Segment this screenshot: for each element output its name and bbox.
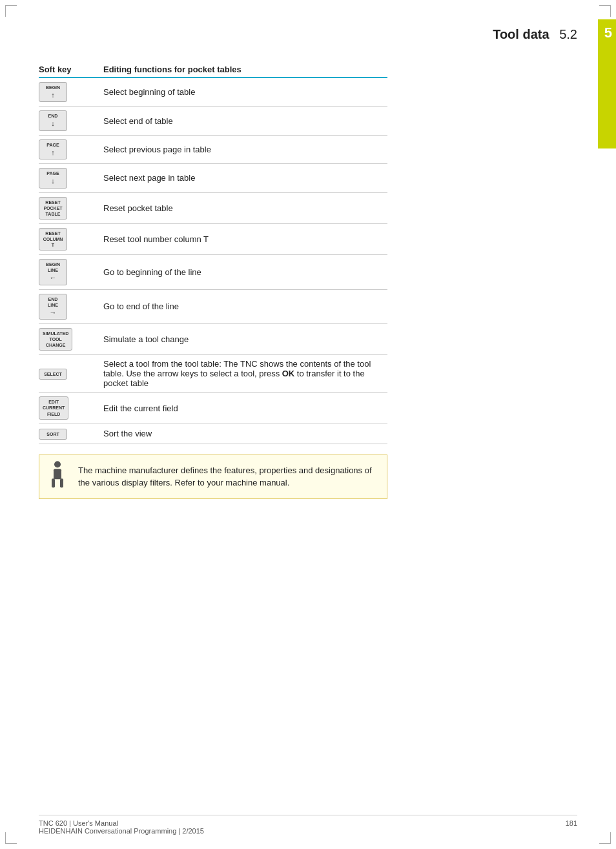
col-softkey-header: Soft key [39,65,103,77]
desc-cell: Edit the current field [103,393,387,424]
page-header: Tool data 5.2 [493,27,577,42]
desc-cell: Select a tool from the tool table: The T… [103,355,387,393]
table-row: PAGE↓Select next page in table [39,164,387,192]
key-cell: SELECT [39,355,103,393]
col-desc-header: Editing functions for pocket tables [103,65,387,77]
footer-page-number: 181 [566,819,577,835]
table-row: SIMULATEDTOOLCHANGESimulate a tool chang… [39,324,387,355]
table-row: PAGE↑Select previous page in table [39,135,387,163]
corner-mark-tl [5,5,17,17]
note-box: The machine manufacturer defines the fea… [39,455,387,499]
chapter-number: 5 [604,25,612,41]
table-row: BEGINLINE←Go to beginning of the line [39,255,387,289]
soft-key-button[interactable]: EDITCURRENTFIELD [39,396,68,419]
key-cell: SORT [39,424,103,444]
key-cell: BEGINLINE← [39,255,103,289]
soft-key-button[interactable]: BEGIN↑ [39,82,67,102]
footer-line2: HEIDENHAIN Conversational Programming | … [39,827,204,835]
desc-cell: Simulate a tool change [103,324,387,355]
page-footer: TNC 620 | User's Manual HEIDENHAIN Conve… [39,815,577,835]
desc-cell: Sort the view [103,424,387,444]
soft-key-table: Soft key Editing functions for pocket ta… [39,65,387,444]
table-row: SELECTSelect a tool from the tool table:… [39,355,387,393]
table-row: END↓Select end of table [39,107,387,135]
note-icon [46,460,69,495]
soft-key-button[interactable]: RESETCOLUMNT [39,228,67,251]
desc-cell: Reset pocket table [103,192,387,223]
footer-line1: TNC 620 | User's Manual [39,819,204,827]
svg-rect-1 [54,469,61,480]
soft-key-button[interactable]: SIMULATEDTOOLCHANGE [39,328,72,351]
soft-key-button[interactable]: END↓ [39,110,67,130]
soft-key-button[interactable]: BEGINLINE← [39,259,67,285]
table-row: SORTSort the view [39,424,387,444]
corner-mark-bl [5,832,17,844]
table-row: EDITCURRENTFIELDEdit the current field [39,393,387,424]
table-row: BEGIN↑Select beginning of table [39,77,387,107]
soft-key-button[interactable]: SELECT [39,369,67,380]
desc-cell: Go to end of the line [103,289,387,323]
key-cell: SIMULATEDTOOLCHANGE [39,324,103,355]
key-cell: RESETPOCKETTABLE [39,192,103,223]
table-row: RESETPOCKETTABLEReset pocket table [39,192,387,223]
corner-mark-tr [599,5,611,17]
soft-key-button[interactable]: ENDLINE→ [39,294,67,320]
footer-left: TNC 620 | User's Manual HEIDENHAIN Conve… [39,819,204,835]
desc-cell: Select next page in table [103,164,387,192]
header-title: Tool data [493,27,549,41]
desc-cell: Go to beginning of the line [103,255,387,289]
header-section: 5.2 [559,27,577,41]
svg-rect-2 [52,479,55,488]
key-cell: BEGIN↑ [39,77,103,107]
desc-cell: Reset tool number column T [103,223,387,254]
desc-cell: Select beginning of table [103,77,387,107]
svg-point-0 [54,462,61,468]
note-text: The machine manufacturer defines the fea… [78,465,372,488]
table-row: RESETCOLUMNTReset tool number column T [39,223,387,254]
key-cell: RESETCOLUMNT [39,223,103,254]
key-cell: EDITCURRENTFIELD [39,393,103,424]
desc-cell: Select previous page in table [103,135,387,163]
desc-cell: Select end of table [103,107,387,135]
corner-mark-br [599,832,611,844]
table-header: Soft key Editing functions for pocket ta… [39,65,387,77]
soft-key-button[interactable]: SORT [39,429,67,440]
soft-key-button[interactable]: PAGE↓ [39,168,67,188]
key-cell: END↓ [39,107,103,135]
soft-key-button[interactable]: RESETPOCKETTABLE [39,197,67,220]
key-cell: PAGE↑ [39,135,103,163]
svg-rect-3 [60,479,63,488]
table-row: ENDLINE→Go to end of the line [39,289,387,323]
key-cell: PAGE↓ [39,164,103,192]
main-content: Soft key Editing functions for pocket ta… [39,65,568,499]
soft-key-button[interactable]: PAGE↑ [39,139,67,159]
key-cell: ENDLINE→ [39,289,103,323]
